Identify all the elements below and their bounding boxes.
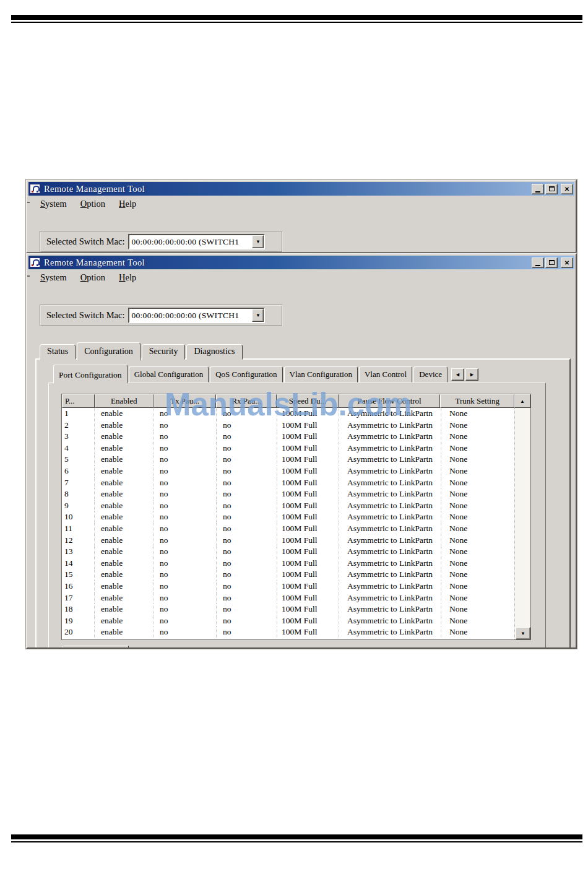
cell-pause-flow-control: Asymmetric to LinkPartn xyxy=(339,408,441,420)
cell-enabled: enable xyxy=(95,454,153,465)
column-header-tx-pause[interactable]: Tx Pau... xyxy=(153,394,217,408)
scroll-down-button[interactable]: ▼ xyxy=(516,627,530,639)
close-button[interactable]: ✕ xyxy=(561,258,573,268)
table-row[interactable]: 1 enable no no 100M Full Asymmetric to L… xyxy=(62,408,530,420)
menu-option[interactable]: Option xyxy=(77,272,108,284)
column-header-trunk-setting[interactable]: Trunk Setting xyxy=(440,394,514,408)
cropped-button[interactable] xyxy=(63,646,129,649)
table-row[interactable]: 19 enable no no 100M Full Asymmetric to … xyxy=(62,615,530,627)
cell-port: 14 xyxy=(62,558,95,569)
menu-option[interactable]: Option xyxy=(77,198,108,210)
subtab-vlan-configuration[interactable]: Vlan Configuration xyxy=(284,366,358,383)
cell-port: 15 xyxy=(62,569,95,581)
cell-pause-flow-control: Asymmetric to LinkPartn xyxy=(339,443,441,454)
cell-pause-flow-control: Asymmetric to LinkPartn xyxy=(339,535,441,547)
column-header-enabled[interactable]: Enabled xyxy=(95,394,153,408)
column-header-speed-duplex[interactable]: Speed Du... xyxy=(277,394,339,408)
cell-trunk-setting: None xyxy=(441,615,516,627)
cell-trunk-setting: None xyxy=(441,408,516,420)
column-header-rx-pause[interactable]: Rx Pau... xyxy=(216,394,277,408)
cell-speed-duplex: 100M Full xyxy=(277,523,339,535)
cell-tx-pause: no xyxy=(153,569,217,581)
cell-speed-duplex: 100M Full xyxy=(277,477,339,489)
tab-security[interactable]: Security xyxy=(142,344,186,360)
cell-enabled: enable xyxy=(95,431,153,443)
cell-enabled: enable xyxy=(95,581,153,592)
cell-pause-flow-control: Asymmetric to LinkPartn xyxy=(339,546,441,558)
window-controls: ✕ xyxy=(532,184,573,194)
cell-rx-pause: no xyxy=(217,604,277,615)
minimize-button[interactable] xyxy=(532,258,544,268)
cell-trunk-setting: None xyxy=(441,454,516,465)
table-row[interactable]: 16 enable no no 100M Full Asymmetric to … xyxy=(62,581,530,592)
cell-tx-pause: no xyxy=(153,535,217,547)
column-header-pause-flow-control[interactable]: Pause Flow Control xyxy=(339,394,441,408)
cell-rx-pause: no xyxy=(217,615,277,627)
table-row[interactable]: 3 enable no no 100M Full Asymmetric to L… xyxy=(62,431,530,443)
cell-rx-pause: no xyxy=(217,523,277,535)
table-row[interactable]: 11 enable no no 100M Full Asymmetric to … xyxy=(62,523,530,535)
close-button[interactable]: ✕ xyxy=(561,184,573,194)
table-row[interactable]: 5 enable no no 100M Full Asymmetric to L… xyxy=(62,454,530,465)
tab-diagnostics[interactable]: Diagnostics xyxy=(186,344,242,360)
menu-help[interactable]: Help xyxy=(116,272,139,284)
maximize-button[interactable] xyxy=(545,258,558,268)
table-row[interactable]: 4 enable no no 100M Full Asymmetric to L… xyxy=(62,443,530,454)
column-header-port[interactable]: P... xyxy=(62,394,95,408)
cell-speed-duplex: 100M Full xyxy=(277,454,339,465)
vertical-scrollbar[interactable]: ▼ xyxy=(514,408,530,639)
scroll-up-button[interactable]: ▲ xyxy=(514,394,530,408)
table-row[interactable]: 18 enable no no 100M Full Asymmetric to … xyxy=(62,604,530,615)
subtab-port-configuration[interactable]: Port Configuration xyxy=(53,365,128,384)
subtab-global-configuration[interactable]: Global Configuration xyxy=(129,366,209,383)
titlebar-back[interactable]: Remote Management Tool ✕ xyxy=(28,182,574,196)
cell-speed-duplex: 100M Full xyxy=(277,500,339,512)
table-row[interactable]: 13 enable no no 100M Full Asymmetric to … xyxy=(62,546,530,558)
tab-configuration[interactable]: Configuration xyxy=(77,342,141,361)
cell-rx-pause: no xyxy=(217,465,277,477)
menu-help[interactable]: Help xyxy=(116,198,139,210)
switch-mac-combobox[interactable]: 00:00:00:00:00:00 (SWITCH1 ▼ xyxy=(128,234,265,249)
cell-tx-pause: no xyxy=(153,477,217,489)
table-row[interactable]: 9 enable no no 100M Full Asymmetric to L… xyxy=(62,500,530,512)
cell-speed-duplex: 100M Full xyxy=(277,443,339,454)
subtab-qos-configuration[interactable]: QoS Configuration xyxy=(210,366,282,383)
cell-rx-pause: no xyxy=(217,408,277,420)
titlebar-front[interactable]: Remote Management Tool ✕ xyxy=(28,256,574,269)
table-row[interactable]: 15 enable no no 100M Full Asymmetric to … xyxy=(62,569,530,581)
table-row[interactable]: 12 enable no no 100M Full Asymmetric to … xyxy=(62,535,530,547)
cell-pause-flow-control: Asymmetric to LinkPartn xyxy=(339,523,441,535)
table-row[interactable]: 7 enable no no 100M Full Asymmetric to L… xyxy=(62,477,530,489)
table-row[interactable]: 14 enable no no 100M Full Asymmetric to … xyxy=(62,558,530,569)
table-row[interactable]: 17 enable no no 100M Full Asymmetric to … xyxy=(62,592,530,604)
cell-pause-flow-control: Asymmetric to LinkPartn xyxy=(339,431,441,443)
maximize-button[interactable] xyxy=(545,184,558,194)
chevron-down-icon[interactable]: ▼ xyxy=(252,309,264,322)
subtab-vlan-control[interactable]: Vlan Control xyxy=(359,366,412,383)
cell-enabled: enable xyxy=(95,511,153,523)
menu-system[interactable]: System xyxy=(37,198,70,210)
cell-trunk-setting: None xyxy=(441,592,516,604)
switch-mac-combobox[interactable]: 00:00:00:00:00:00 (SWITCH1 ▼ xyxy=(128,308,265,323)
subtab-device[interactable]: Device xyxy=(413,366,447,383)
table-row[interactable]: 2 enable no no 100M Full Asymmetric to L… xyxy=(62,420,530,431)
cell-trunk-setting: None xyxy=(441,420,516,431)
cell-rx-pause: no xyxy=(217,569,277,581)
table-row[interactable]: 10 enable no no 100M Full Asymmetric to … xyxy=(62,511,530,523)
table-row[interactable]: 8 enable no no 100M Full Asymmetric to L… xyxy=(62,488,530,500)
tab-status[interactable]: Status xyxy=(40,344,76,360)
tab-scroll-right-button[interactable]: ► xyxy=(465,368,478,381)
arrow-left-icon: ◄ xyxy=(455,371,460,378)
cell-speed-duplex: 100M Full xyxy=(277,592,339,604)
table-row[interactable]: 20 enable no no 100M Full Asymmetric to … xyxy=(62,626,530,638)
cell-trunk-setting: None xyxy=(441,558,516,569)
minimize-button[interactable] xyxy=(532,184,544,194)
cell-pause-flow-control: Asymmetric to LinkPartn xyxy=(339,511,441,523)
cell-tx-pause: no xyxy=(153,592,217,604)
cell-pause-flow-control: Asymmetric to LinkPartn xyxy=(339,615,441,627)
table-row[interactable]: 6 enable no no 100M Full Asymmetric to L… xyxy=(62,465,530,477)
chevron-down-icon[interactable]: ▼ xyxy=(252,235,264,248)
menu-system[interactable]: System xyxy=(37,272,70,284)
cell-speed-duplex: 100M Full xyxy=(277,408,339,420)
tab-scroll-left-button[interactable]: ◄ xyxy=(451,368,464,381)
